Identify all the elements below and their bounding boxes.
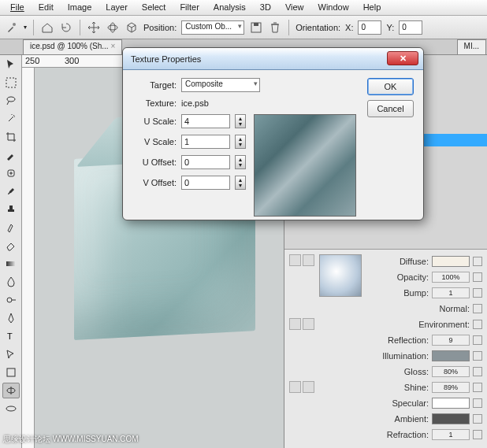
home-icon[interactable] xyxy=(40,20,54,35)
history-brush-icon[interactable] xyxy=(2,220,20,235)
opacity-menu-icon[interactable] xyxy=(473,272,482,282)
dialog-titlebar[interactable]: Texture Properties ✕ xyxy=(123,48,423,70)
cancel-button[interactable]: Cancel xyxy=(367,100,414,117)
ambient-swatch[interactable] xyxy=(432,413,470,424)
u-offset-input[interactable] xyxy=(181,155,230,169)
orientation-x-input[interactable] xyxy=(358,20,381,35)
tab-mi[interactable]: MI... xyxy=(457,39,486,54)
menu-analysis[interactable]: Analysis xyxy=(206,0,253,15)
menu-window[interactable]: Window xyxy=(311,0,356,15)
diffuse-menu-icon[interactable] xyxy=(473,257,482,266)
material-thumbnail[interactable] xyxy=(319,254,362,297)
v-scale-input[interactable] xyxy=(181,135,230,149)
3d-rotate-tool-icon[interactable] xyxy=(2,383,20,398)
shine-menu-icon[interactable] xyxy=(473,383,482,392)
3d-camera-tool-icon[interactable] xyxy=(2,401,20,417)
illumination-swatch[interactable] xyxy=(432,350,470,361)
shape-tool-icon[interactable] xyxy=(2,365,20,380)
rotate-icon[interactable] xyxy=(59,20,73,35)
ok-button[interactable]: OK xyxy=(367,78,414,95)
u-scale-input[interactable] xyxy=(181,114,230,128)
ruler-vertical xyxy=(22,68,35,448)
v-offset-input[interactable] xyxy=(181,176,230,190)
v-offset-spinner[interactable]: ▴▾ xyxy=(235,176,246,190)
bump-menu-icon[interactable] xyxy=(473,288,482,298)
refraction-label: Refraction: xyxy=(387,430,429,439)
ambient-menu-icon[interactable] xyxy=(473,414,482,424)
orientation-label: Orientation: xyxy=(296,23,340,32)
refraction-value[interactable]: 1 xyxy=(432,429,470,440)
illumination-menu-icon[interactable] xyxy=(473,351,482,361)
menu-image[interactable]: Image xyxy=(61,0,99,15)
shine-value[interactable]: 89% xyxy=(432,382,470,393)
texture-value: ice.psb xyxy=(181,98,209,108)
specular-swatch[interactable] xyxy=(432,398,470,409)
refraction-menu-icon[interactable] xyxy=(473,430,482,439)
u-offset-spinner[interactable]: ▴▾ xyxy=(235,155,246,169)
eraser-tool-icon[interactable] xyxy=(2,238,20,254)
brush-tool-icon[interactable] xyxy=(2,183,20,199)
sphere-preview-icon[interactable] xyxy=(289,254,301,266)
target-dropdown[interactable]: Composite xyxy=(181,78,260,92)
light-icon[interactable] xyxy=(303,254,314,266)
specular-menu-icon[interactable] xyxy=(473,398,482,408)
menu-select[interactable]: Select xyxy=(135,0,173,15)
svg-rect-8 xyxy=(6,261,16,266)
pen-tool-icon[interactable] xyxy=(2,310,20,326)
menu-3d[interactable]: 3D xyxy=(253,0,278,15)
eyedropper-tool-icon[interactable] xyxy=(2,147,20,163)
move-tool-icon[interactable] xyxy=(2,57,20,72)
svg-point-1 xyxy=(108,25,117,30)
options-bar: ▾ Position: Custom Ob... Orientation: X:… xyxy=(0,16,487,39)
tab-ice-psd[interactable]: ice.psd @ 100% (Sh... xyxy=(23,39,122,54)
gloss-menu-icon[interactable] xyxy=(473,367,482,376)
eyedropper-icon[interactable] xyxy=(5,20,19,35)
type-tool-icon[interactable]: T xyxy=(2,328,20,344)
diffuse-swatch[interactable] xyxy=(432,256,470,267)
y-label: Y: xyxy=(386,23,394,32)
menu-edit[interactable]: Edit xyxy=(32,0,61,15)
bump-value[interactable]: 1 xyxy=(432,287,470,298)
svg-rect-5 xyxy=(6,78,16,87)
menu-file[interactable]: File xyxy=(3,0,32,15)
material-icon[interactable] xyxy=(289,318,301,330)
lasso-tool-icon[interactable] xyxy=(2,93,20,109)
menu-view[interactable]: View xyxy=(278,0,311,15)
environment-menu-icon[interactable] xyxy=(473,320,482,329)
opacity-value[interactable]: 100% xyxy=(432,272,470,283)
save-icon[interactable] xyxy=(249,20,263,35)
stamp-tool-icon[interactable] xyxy=(2,202,20,217)
menu-help[interactable]: Help xyxy=(356,0,388,15)
illumination-label: Illumination: xyxy=(382,351,429,361)
u-offset-label: U Offset: xyxy=(132,157,177,167)
close-button[interactable]: ✕ xyxy=(387,51,418,65)
dodge-tool-icon[interactable] xyxy=(2,292,20,308)
specular-label: Specular: xyxy=(392,398,429,408)
scene-icon[interactable] xyxy=(289,381,301,393)
menu-filter[interactable]: Filter xyxy=(173,0,206,15)
healing-tool-icon[interactable] xyxy=(2,165,20,181)
menu-layer[interactable]: Layer xyxy=(99,0,135,15)
cube-icon[interactable] xyxy=(125,20,139,35)
bump-label: Bump: xyxy=(403,288,429,298)
u-scale-spinner[interactable]: ▴▾ xyxy=(235,114,246,128)
blur-tool-icon[interactable] xyxy=(2,274,20,290)
v-scale-spinner[interactable]: ▴▾ xyxy=(235,135,246,149)
gradient-tool-icon[interactable] xyxy=(2,256,20,272)
trash-icon[interactable] xyxy=(268,20,282,35)
marquee-tool-icon[interactable] xyxy=(2,75,20,91)
orientation-y-input[interactable] xyxy=(399,20,422,35)
mesh-icon[interactable] xyxy=(303,318,314,330)
move-icon[interactable] xyxy=(87,20,101,35)
gloss-value[interactable]: 80% xyxy=(432,366,470,377)
reflection-value[interactable]: 9 xyxy=(432,335,470,346)
position-dropdown[interactable]: Custom Ob... xyxy=(181,20,244,35)
crop-tool-icon[interactable] xyxy=(2,129,20,145)
reflection-menu-icon[interactable] xyxy=(473,335,482,345)
v-scale-label: V Scale: xyxy=(132,137,177,146)
rotate3d-icon[interactable] xyxy=(106,20,120,35)
layer-icon[interactable] xyxy=(303,381,314,393)
normal-menu-icon[interactable] xyxy=(473,304,482,313)
path-tool-icon[interactable] xyxy=(2,346,20,362)
wand-tool-icon[interactable] xyxy=(2,111,20,127)
